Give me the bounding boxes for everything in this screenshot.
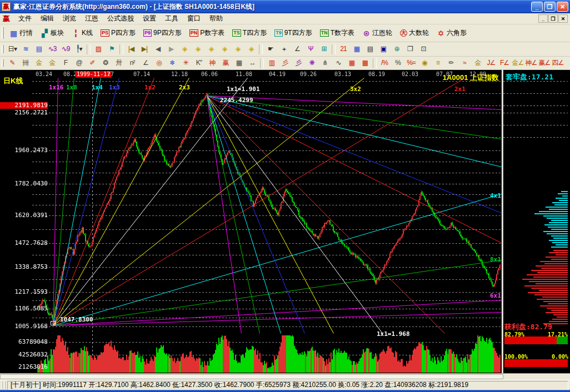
t-square-button[interactable]: TS T四方形 bbox=[228, 26, 271, 40]
skip-last-button[interactable]: ▶| bbox=[138, 43, 151, 55]
close-button[interactable]: ✕ bbox=[557, 2, 568, 12]
snowflake-button[interactable]: ❄ bbox=[166, 57, 179, 69]
menu-view[interactable]: 浏览 bbox=[58, 13, 81, 24]
copy-button[interactable]: ❐ bbox=[403, 43, 417, 55]
compress-view-button[interactable]: ≋ bbox=[19, 43, 32, 55]
menu-window[interactable]: 窗口 bbox=[183, 13, 205, 24]
gold-lines2-button[interactable]: 金 bbox=[471, 57, 484, 69]
spiral-button[interactable]: @ bbox=[72, 57, 86, 69]
prev-button[interactable]: ◀ bbox=[151, 43, 164, 55]
menu-help[interactable]: 帮助 bbox=[205, 13, 227, 24]
slant-percent-button[interactable]: /% bbox=[378, 57, 391, 69]
win-ruler-button[interactable]: 赢 bbox=[219, 57, 232, 69]
erase-angle-button[interactable]: ∠ bbox=[291, 43, 304, 55]
n2-button[interactable]: n² bbox=[126, 57, 139, 69]
calculator-button[interactable]: ▦ bbox=[350, 43, 363, 55]
shen-angle-button[interactable]: 神∠ bbox=[524, 57, 538, 69]
purple-tool-button[interactable]: Ψ bbox=[304, 43, 317, 55]
big-number-wheel-button[interactable]: 大 大数轮 bbox=[396, 26, 433, 40]
diamond-height-button[interactable]: ◈ bbox=[244, 43, 258, 55]
menu-gann[interactable]: 江恩 bbox=[81, 13, 103, 24]
pitchfork-button[interactable]: ⋔ bbox=[318, 57, 332, 69]
red-grid-button[interactable]: ▦ bbox=[345, 57, 358, 69]
restore-button[interactable]: ❐ bbox=[544, 2, 556, 12]
purple-fan-button[interactable]: 彡 bbox=[292, 57, 305, 69]
f-angle-button[interactable]: F∠ bbox=[498, 57, 511, 69]
time-ruler-button[interactable]: 卌 bbox=[19, 57, 32, 69]
menu-settings[interactable]: 设置 bbox=[138, 13, 161, 24]
red-pattern-button[interactable]: ▨ bbox=[92, 43, 105, 55]
single-candle-dropdown-button[interactable]: ╿▾ bbox=[72, 43, 86, 55]
t9-square-button[interactable]: T9 9T四方形 bbox=[271, 26, 316, 40]
zigzag-button[interactable]: ∿ bbox=[332, 57, 345, 69]
red-percent-button[interactable]: %= bbox=[404, 57, 418, 69]
menu-formula-picker[interactable]: 公式选股 bbox=[103, 13, 138, 24]
win-angle-button[interactable]: 赢∠ bbox=[538, 57, 551, 69]
save-button[interactable]: ▣ bbox=[377, 43, 390, 55]
purple-web-button[interactable]: ❋ bbox=[305, 57, 318, 69]
diamond-shrink-button[interactable]: ◈ bbox=[218, 43, 231, 55]
teal-grid-tool-button[interactable]: ⊞ bbox=[317, 43, 331, 55]
flag-histogram-button[interactable]: ⚑ bbox=[105, 43, 118, 55]
p9-square-button[interactable]: P9 9P四方形 bbox=[139, 26, 186, 40]
angle-tool-button[interactable]: ∠ bbox=[139, 57, 152, 69]
notepad-button[interactable]: ▤ bbox=[363, 43, 377, 55]
small-wave-button[interactable]: ∿3 bbox=[46, 43, 59, 55]
p-number-table-button[interactable]: PN P数字表 bbox=[186, 26, 229, 40]
big-wave-button[interactable]: ∿9 bbox=[59, 43, 72, 55]
gold-lines-button[interactable]: ≡ bbox=[431, 57, 444, 69]
child-restore-button[interactable]: ❐ bbox=[548, 14, 558, 23]
gold-circle-button[interactable]: ◉ bbox=[418, 57, 431, 69]
child-close-button[interactable]: ✕ bbox=[558, 14, 568, 23]
t-number-table-button[interactable]: TN T数字表 bbox=[316, 26, 358, 40]
kline-canvas[interactable] bbox=[0, 70, 570, 373]
p-square-button[interactable]: PS P四方形 bbox=[97, 26, 139, 40]
four-angle-button[interactable]: 四∠ bbox=[551, 57, 564, 69]
menu-tools[interactable]: 工具 bbox=[161, 13, 183, 24]
quotes-table-button[interactable]: ▦ 行情 bbox=[6, 26, 37, 40]
candle-style-dropdown-button[interactable]: 日▾ bbox=[6, 43, 19, 55]
candle-pen-button[interactable]: ✏ bbox=[444, 57, 458, 69]
gold-ruler-button[interactable]: 金 bbox=[32, 57, 46, 69]
j-angle-button[interactable]: J∠ bbox=[484, 57, 498, 69]
red-brush-button[interactable]: ✎ bbox=[6, 57, 19, 69]
gann-wheel-button[interactable]: ⊛ 江恩轮 bbox=[358, 26, 396, 40]
plain-ruler-button[interactable]: 卅 bbox=[112, 57, 126, 69]
diamond-grow-button[interactable]: ◈ bbox=[231, 43, 244, 55]
percent-button[interactable]: % bbox=[391, 57, 404, 69]
child-minimize-button[interactable]: _ bbox=[538, 14, 548, 23]
menu-file[interactable]: 文件 bbox=[14, 13, 36, 24]
workstation-button[interactable]: ⊡ bbox=[417, 43, 430, 55]
diamond-width-button[interactable]: ◈ bbox=[204, 43, 218, 55]
f-ruler-button[interactable]: F bbox=[59, 57, 72, 69]
export-button[interactable]: ⊕ bbox=[390, 43, 403, 55]
gann-box-button[interactable]: ▥ bbox=[265, 57, 278, 69]
horizontal-scrollbar[interactable] bbox=[0, 373, 570, 380]
red-pen-button[interactable]: ✐ bbox=[86, 57, 99, 69]
hexagon-button[interactable]: ✡ 六角形 bbox=[433, 26, 471, 40]
grid123-button[interactable]: ▦ bbox=[232, 57, 246, 69]
gold-angle-button[interactable]: 金∠ bbox=[511, 57, 524, 69]
skip-first-button[interactable]: |◀ bbox=[124, 43, 138, 55]
red-wave-button[interactable]: ≈ bbox=[458, 57, 471, 69]
shen-ruler-button[interactable]: 神 bbox=[206, 57, 219, 69]
red-fan-button[interactable]: 彡 bbox=[278, 57, 292, 69]
menu-edit[interactable]: 编辑 bbox=[36, 13, 58, 24]
red-grid2-button[interactable]: ▩ bbox=[358, 57, 372, 69]
kline-button[interactable]: ╏ K线 bbox=[68, 26, 97, 40]
crosshair-tool-button[interactable]: ＋ bbox=[277, 43, 291, 55]
next-button[interactable]: ▶ bbox=[164, 43, 178, 55]
span-arrow-button[interactable]: ↔ bbox=[246, 57, 259, 69]
gold-ruler2-button[interactable]: 金 bbox=[46, 57, 59, 69]
blocks-button[interactable]: ▞ 板块 bbox=[37, 26, 68, 40]
minimize-button[interactable]: _ bbox=[531, 2, 543, 12]
diamond-right-button[interactable]: ◈ bbox=[191, 43, 204, 55]
k-ticks-button[interactable]: K″ bbox=[192, 57, 206, 69]
scrollbar-thumb[interactable] bbox=[0, 374, 503, 379]
web-button[interactable]: ✳ bbox=[179, 57, 192, 69]
diamond-left-button[interactable]: ◈ bbox=[178, 43, 191, 55]
hand-tool-button[interactable]: ☛ bbox=[264, 43, 277, 55]
calendar-button[interactable]: 21 bbox=[337, 43, 350, 55]
info-note-button[interactable]: ▤ bbox=[32, 43, 46, 55]
wheel-button[interactable]: ❂ bbox=[99, 57, 112, 69]
